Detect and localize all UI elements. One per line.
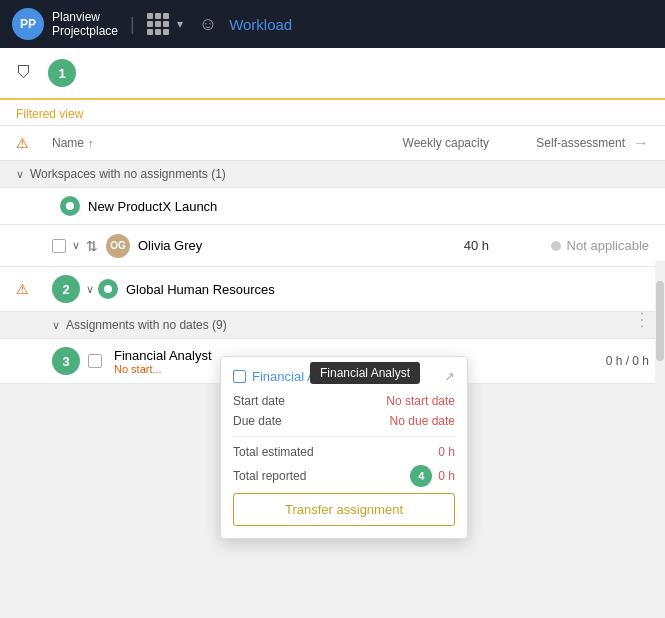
toolbar: ⛉ 1 (0, 48, 665, 100)
logo: PP Planview Projectplace (12, 8, 118, 40)
table-header: ⚠ Name ↑ Weekly capacity Self-assessment… (0, 126, 665, 161)
more-options-icon[interactable]: ··· (633, 311, 651, 330)
fa-checkbox[interactable] (88, 354, 102, 368)
est-label: Total estimated (233, 445, 314, 459)
chevron-down-icon[interactable]: ∨ (16, 168, 24, 181)
olivia-weekly: 40 h (369, 238, 489, 253)
due-label: Due date (233, 414, 282, 428)
bottom-tooltip: Financial Analyst (310, 362, 420, 384)
assignments-chevron-icon[interactable]: ∨ (52, 319, 60, 332)
global-hr-row: ⚠ 2 ∨ Global Human Resources (0, 267, 665, 312)
est-value: 0 h (438, 445, 455, 459)
th-warning: ⚠ (16, 135, 52, 151)
sort-up-icon[interactable]: ↑ (88, 137, 94, 149)
global-hr-chevron-icon[interactable]: ∨ (86, 283, 94, 296)
apps-grid-icon[interactable] (147, 13, 169, 35)
workspace-row: New ProductX Launch (0, 188, 665, 225)
popup-checkbox[interactable] (233, 370, 246, 383)
badge-4: 4 (410, 465, 432, 487)
navbar-chevron-icon[interactable]: ▾ (177, 17, 183, 31)
due-value: No due date (390, 414, 455, 428)
popup-divider (233, 436, 455, 437)
group-row-no-assignments[interactable]: ∨ Workspaces with no assignments (1) (0, 161, 665, 188)
logo-icon: PP (12, 8, 44, 40)
olivia-self: Not applicable (489, 238, 649, 253)
rep-value: 0 h (438, 469, 455, 483)
warning-icon: ⚠ (16, 281, 29, 297)
global-hr-name: Global Human Resources (126, 282, 275, 297)
workload-label: Workload (229, 16, 292, 33)
olivia-chevron-icon[interactable]: ∨ (72, 239, 80, 252)
badge-3: 3 (52, 347, 80, 375)
self-dot-icon (551, 241, 561, 251)
smiley-icon[interactable]: ☺ (199, 14, 217, 35)
badge-1: 1 (48, 59, 76, 87)
olivia-avatar: OG (106, 234, 130, 258)
warning-header-icon: ⚠ (16, 135, 29, 151)
olivia-sort-icon[interactable]: ⇅ (86, 238, 98, 254)
external-link-icon[interactable]: ↗ (444, 369, 455, 384)
navbar-divider: | (130, 14, 135, 35)
workspace-name: New ProductX Launch (88, 199, 217, 214)
assignments-group-row[interactable]: ∨ Assignments with no dates (9) (0, 312, 665, 339)
olivia-name: Olivia Grey (138, 238, 202, 253)
group-label-no-assignments: Workspaces with no assignments (1) (30, 167, 226, 181)
popup-est-row: Total estimated 0 h (233, 445, 455, 459)
start-value: No start date (386, 394, 455, 408)
transfer-assignment-button[interactable]: Transfer assignment (233, 493, 455, 526)
name-col-label: Name (52, 136, 84, 150)
table-content: ∨ Workspaces with no assignments (1) New… (0, 161, 665, 384)
filtered-view-bar: Filtered view (0, 100, 665, 126)
assignments-group-label: Assignments with no dates (9) (66, 318, 227, 332)
scrollbar-thumb[interactable] (656, 281, 664, 361)
popup-due-row: Due date No due date (233, 414, 455, 428)
start-label: Start date (233, 394, 285, 408)
olivia-row: ∨ ⇅ OG Olivia Grey 40 h Not applicable (0, 225, 665, 267)
th-self: Self-assessment → (489, 134, 649, 152)
olivia-checkbox[interactable] (52, 239, 66, 253)
popup-rep-row: Total reported 4 0 h (233, 465, 455, 487)
filtered-view-label: Filtered view (16, 107, 83, 121)
scrollbar[interactable] (655, 261, 665, 618)
popup-start-row: Start date No start date (233, 394, 455, 408)
filter-icon[interactable]: ⛉ (16, 64, 32, 82)
workspace-status-icon (60, 196, 80, 216)
arrow-right-icon: → (633, 134, 649, 152)
navbar: PP Planview Projectplace | ▾ ☺ Workload (0, 0, 665, 48)
th-name[interactable]: Name ↑ (52, 136, 369, 150)
th-weekly: Weekly capacity (369, 136, 489, 150)
fa-hours-label: 0 h / 0 h (606, 354, 649, 368)
logo-text: Planview Projectplace (52, 10, 118, 39)
badge-2: 2 (52, 275, 80, 303)
rep-label: Total reported (233, 469, 306, 483)
global-hr-status-icon (98, 279, 118, 299)
